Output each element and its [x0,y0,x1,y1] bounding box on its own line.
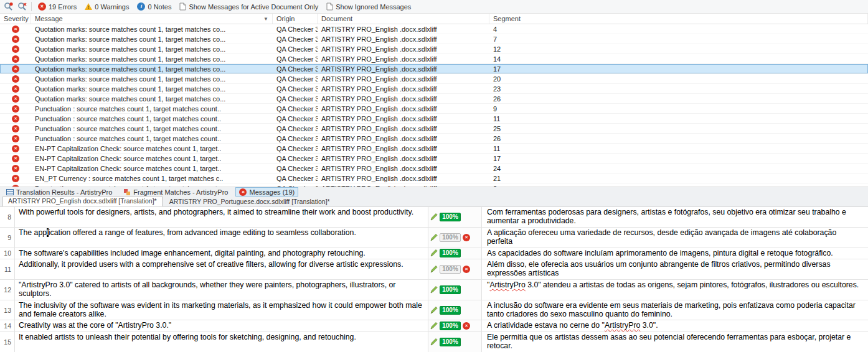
message-row[interactable]: ×Punctuation : source matches count 1, t… [0,114,868,124]
notes-count-label: 0 Notes [148,3,171,11]
notes-count-button[interactable]: i 0 Notes [135,2,173,11]
error-icon: × [463,234,470,241]
segment-row-15: 15 It enabled artists to unleash their p… [0,332,868,352]
source-cell[interactable]: The application offered a range of featu… [15,228,428,248]
tab-messages[interactable]: × Messages (19) [235,187,298,197]
bottom-panel-tabs: Translation Results - ArtistryPro Fragme… [0,187,868,197]
error-icon: × [12,55,19,63]
segment-number: 12 [0,280,15,300]
show-ignored-messages-button[interactable]: Show Ignored Messages [324,2,413,11]
error-icon: × [239,188,247,196]
target-cell[interactable]: Com ferramentas poderosas para designers… [482,207,868,227]
error-icon: × [12,175,19,182]
message-row[interactable]: ×Quotation marks: source matches count 1… [0,44,868,54]
target-cell[interactable]: Além disso, ele oferecia aos usuários um… [482,259,868,279]
doc-tab-english[interactable]: ARTISTRY PRO_English docx.sdlxliff [Tran… [2,196,163,206]
draft-status-pencil-icon [430,307,438,314]
segment-row-8: 8 With powerful tools for designers, art… [0,207,868,228]
column-header-severity[interactable]: Severity [0,14,31,24]
source-cell[interactable]: The inclusivity of the software was evid… [15,300,428,320]
target-cell[interactable]: A criatividade estava no cerne do "Artis… [482,320,868,331]
source-cell[interactable]: Creativity was at the core of "ArtistryP… [15,320,428,331]
segment-status-cell: 100% × [428,259,482,279]
segment-status-cell: 100% [428,300,482,320]
source-cell[interactable]: The software's capabilities included ima… [15,248,428,259]
segment-number: 10 [0,248,15,259]
error-icon: × [12,65,19,73]
message-row[interactable]: ×Punctuation : source matches count 1, t… [0,104,868,114]
error-icon: × [12,155,19,162]
column-header-segment[interactable]: Segment [489,14,868,24]
segment-row-11: 11 Additionally, it provided users with … [0,259,868,280]
message-row[interactable]: ×Quotation marks: source matches count 1… [0,54,868,64]
segment-status-cell: 100% [428,207,482,227]
warning-icon [85,3,92,10]
fragment-matches-icon [123,188,131,196]
segment-number: 15 [0,332,15,352]
message-row-selected[interactable]: ×Quotation marks: source matches count 1… [0,64,868,74]
draft-status-pencil-icon [430,338,438,346]
error-icon: × [12,75,19,83]
message-row-partial[interactable]: ×Punctuation : source matches count 1, t… [0,183,868,187]
tab-fragment-matches[interactable]: Fragment Matches - ArtistryPro [120,187,232,197]
tab-translation-results[interactable]: Translation Results - ArtistryPro [2,187,116,197]
draft-status-pencil-icon [430,213,438,221]
toolbar-separator [31,2,32,11]
qa-verify-icon[interactable] [4,2,13,11]
document-tabs: ARTISTRY PRO_English docx.sdlxliff [Tran… [0,197,868,207]
target-cell[interactable]: A aplicação ofereceu uma variedade de re… [482,228,868,248]
column-header-document[interactable]: Document [318,14,489,24]
source-cell[interactable]: It enabled artists to unleash their pote… [15,332,428,352]
error-icon: × [463,266,470,273]
target-cell[interactable]: "ArtistryPro 3.0" atendeu a artistas de … [482,280,868,300]
error-icon: × [12,25,19,33]
message-row[interactable]: ×Quotation marks: source matches count 1… [0,34,868,44]
target-cell[interactable]: Ele permitia que os artistas dessem asas… [482,332,868,352]
column-header-message[interactable]: Message ▼ [31,14,273,24]
message-row[interactable]: ×EN-PT Capitalization Check: source matc… [0,164,868,174]
qa-messages-table: Severity Message ▼ Origin Document Segme… [0,14,868,187]
segment-number: 11 [0,259,15,279]
segment-number: 13 [0,300,15,320]
message-row[interactable]: ×Quotation marks: source matches count 1… [0,24,868,34]
error-icon: × [12,125,19,132]
target-cell[interactable]: A inclusão do software era evidente em s… [482,300,868,320]
warnings-count-label: 0 Warnings [95,3,129,11]
message-row[interactable]: ×Quotation marks: source matches count 1… [0,74,868,84]
match-badge: 100% [440,233,461,242]
draft-status-pencil-icon [430,322,438,330]
message-row[interactable]: ×EN-PT Capitalization Check: source matc… [0,144,868,154]
draft-status-pencil-icon [430,234,438,241]
segment-status-cell: 100% × [428,320,482,331]
error-icon: × [12,115,19,123]
segment-status-cell: 100% [428,332,482,352]
target-cell[interactable]: As capacidades do software incluíam apri… [482,248,868,259]
segment-status-cell: 100% [428,248,482,259]
warnings-count-button[interactable]: 0 Warnings [83,2,131,11]
error-icon: × [12,95,19,103]
column-header-origin[interactable]: Origin [273,14,318,24]
info-icon: i [137,2,145,11]
qa-reset-icon[interactable] [17,2,27,11]
message-row[interactable]: ×EN-PT Capitalization Check: source matc… [0,154,868,164]
source-cell[interactable]: "ArtistryPro 3.0" catered to artists of … [15,280,428,300]
message-row[interactable]: ×Punctuation : source matches count 1, t… [0,134,868,144]
draft-status-pencil-icon [430,286,438,294]
message-row[interactable]: ×Punctuation : source matches count 1, t… [0,124,868,134]
doc-tab-portuguese[interactable]: ARTISTRY PRO_Portuguese.docx.sdlxliff [T… [164,197,335,206]
tab-translation-results-label: Translation Results - ArtistryPro [16,188,112,196]
match-badge: 100% [440,285,461,294]
match-badge: 100% [440,213,461,221]
errors-count-button[interactable]: × 19 Errors [36,2,78,11]
error-icon: × [12,85,19,93]
segment-row-14: 14 Creativity was at the core of "Artist… [0,320,868,331]
show-active-document-button[interactable]: Show Messages for Active Document Only [177,2,320,11]
message-row[interactable]: ×Quotation marks: source matches count 1… [0,94,868,104]
match-badge: 100% [440,322,461,330]
document-icon [179,2,186,11]
messages-table-header: Severity Message ▼ Origin Document Segme… [0,14,868,24]
message-row[interactable]: ×EN_PT Currency : source matches count 1… [0,174,868,183]
source-cell[interactable]: With powerful tools for designers, artis… [15,207,428,227]
message-row[interactable]: ×Quotation marks: source matches count 1… [0,84,868,94]
source-cell[interactable]: Additionally, it provided users with a c… [15,259,428,279]
